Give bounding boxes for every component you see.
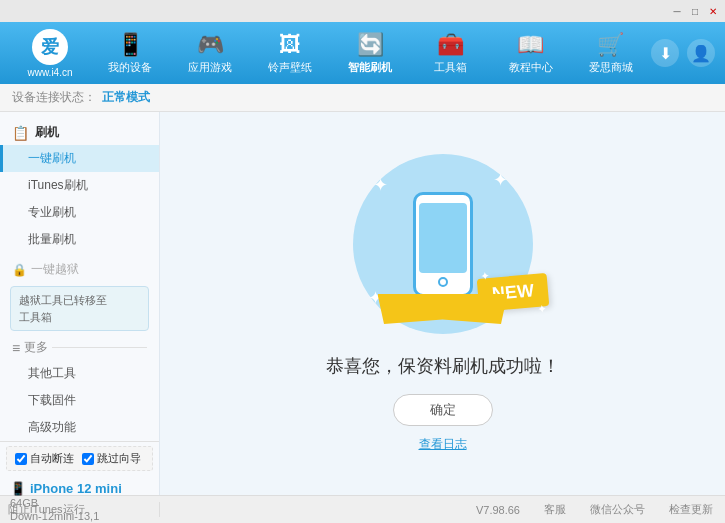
nav-istore[interactable]: 🛒 爱思商城: [576, 32, 646, 75]
ringtones-icon: 🖼: [279, 32, 301, 58]
device-name-text: iPhone 12 mini: [30, 481, 122, 496]
one-key-jailbreak-label: 一键越狱: [31, 261, 79, 278]
jailbreak-notice-text: 越狱工具已转移至工具箱: [19, 294, 107, 323]
smart-flash-label: 智能刷机: [348, 60, 392, 75]
nav-my-device[interactable]: 📱 我的设备: [95, 32, 165, 75]
stop-itunes-label[interactable]: 阻止iTunes运行: [8, 502, 85, 517]
version-label: V7.98.66: [476, 504, 520, 516]
auto-disconnect-checkbox[interactable]: 自动断连: [15, 451, 74, 466]
sparkle-tl: ✦: [373, 174, 388, 196]
nav-ringtones[interactable]: 🖼 铃声壁纸: [255, 32, 325, 75]
apps-games-icon: 🎮: [197, 32, 224, 58]
nav-smart-flash[interactable]: 🔄 智能刷机: [335, 32, 405, 75]
sidebar-item-download-firmware[interactable]: 下载固件: [0, 387, 159, 414]
footer-main: V7.98.66 客服 微信公众号 检查更新: [160, 502, 725, 517]
sparkle-tr: ✦: [493, 169, 508, 191]
sidebar: 📋 刷机 一键刷机 iTunes刷机 专业刷机 批量刷机 🔒 一键越狱 越狱工具…: [0, 112, 160, 495]
skip-wizard-label: 跳过向导: [97, 451, 141, 466]
status-label: 设备连接状态：: [12, 89, 96, 106]
daily-link[interactable]: 查看日志: [419, 436, 467, 453]
footer-left: 阻止iTunes运行: [0, 502, 160, 517]
one-key-jailbreak-header: 🔒 一键越狱: [0, 257, 159, 282]
flash-section-header: 📋 刷机: [0, 120, 159, 145]
tutorial-icon: 📖: [517, 32, 544, 58]
close-button[interactable]: ✕: [705, 3, 721, 19]
maximize-button[interactable]: □: [687, 3, 703, 19]
my-device-label: 我的设备: [108, 60, 152, 75]
minimize-button[interactable]: ─: [669, 3, 685, 19]
download-button[interactable]: ⬇: [651, 39, 679, 67]
smart-flash-icon: 🔄: [357, 32, 384, 58]
logo-icon: 爱: [32, 29, 68, 65]
jailbreak-notice: 越狱工具已转移至工具箱: [10, 286, 149, 331]
sidebar-item-advanced[interactable]: 高级功能: [0, 414, 159, 441]
istore-label: 爱思商城: [589, 60, 633, 75]
lock-icon: 🔒: [12, 263, 27, 277]
checkboxes-area: 自动断连 跳过向导: [6, 446, 153, 471]
sidebar-item-batch-flash[interactable]: 批量刷机: [0, 226, 159, 253]
flash-section-icon: 📋: [12, 125, 29, 141]
status-bar: 设备连接状态： 正常模式: [0, 84, 725, 112]
check-update-link[interactable]: 检查更新: [669, 502, 713, 517]
divider-line: [52, 347, 147, 348]
toolbox-icon: 🧰: [437, 32, 464, 58]
my-device-icon: 📱: [117, 32, 144, 58]
nav-items: 📱 我的设备 🎮 应用游戏 🖼 铃声壁纸 🔄 智能刷机 🧰 工具箱 📖 教程中心…: [90, 32, 651, 75]
more-section-divider: ≡ 更多: [0, 335, 159, 360]
more-section-label: 更多: [24, 339, 48, 356]
sidebar-item-one-key-flash[interactable]: 一键刷机: [0, 145, 159, 172]
phone-home: [438, 277, 448, 287]
content-area: ✦ ✦ ✦ NEW 恭喜您，保资料刷机成功啦！ 确定 查看日志: [160, 112, 725, 495]
tutorial-label: 教程中心: [509, 60, 553, 75]
flash-section: 📋 刷机 一键刷机 iTunes刷机 专业刷机 批量刷机: [0, 120, 159, 253]
device-phone-icon: 📱: [10, 481, 26, 496]
ringtones-label: 铃声壁纸: [268, 60, 312, 75]
sidebar-item-other-tools[interactable]: 其他工具: [0, 360, 159, 387]
nav-apps-games[interactable]: 🎮 应用游戏: [175, 32, 245, 75]
nav-tutorial[interactable]: 📖 教程中心: [496, 32, 566, 75]
confirm-button[interactable]: 确定: [393, 394, 493, 426]
skip-wizard-input[interactable]: [82, 453, 94, 465]
flash-section-label: 刷机: [35, 124, 59, 141]
apps-games-label: 应用游戏: [188, 60, 232, 75]
auto-disconnect-input[interactable]: [15, 453, 27, 465]
logo-subtitle: www.i4.cn: [27, 67, 72, 78]
user-button[interactable]: 👤: [687, 39, 715, 67]
device-name: 📱 iPhone 12 mini: [10, 481, 149, 496]
phone-body: [413, 192, 473, 297]
phone-illustration: ✦ ✦ ✦ NEW: [353, 154, 533, 334]
success-text: 恭喜您，保资料刷机成功啦！: [326, 354, 560, 378]
status-value: 正常模式: [102, 89, 150, 106]
logo[interactable]: 爱 www.i4.cn: [10, 29, 90, 78]
wechat-link[interactable]: 微信公众号: [590, 502, 645, 517]
toolbox-label: 工具箱: [434, 60, 467, 75]
sidebar-item-itunes-flash[interactable]: iTunes刷机: [0, 172, 159, 199]
skip-wizard-checkbox[interactable]: 跳过向导: [82, 451, 141, 466]
ribbon: [378, 294, 508, 324]
nav-toolbox[interactable]: 🧰 工具箱: [416, 32, 486, 75]
sidebar-item-pro-flash[interactable]: 专业刷机: [0, 199, 159, 226]
main-layout: 📋 刷机 一键刷机 iTunes刷机 专业刷机 批量刷机 🔒 一键越狱 越狱工具…: [0, 112, 725, 495]
more-section-icon: ≡: [12, 340, 20, 356]
header: 爱 www.i4.cn 📱 我的设备 🎮 应用游戏 🖼 铃声壁纸 🔄 智能刷机 …: [0, 22, 725, 84]
auto-disconnect-label: 自动断连: [30, 451, 74, 466]
customer-service-link[interactable]: 客服: [544, 502, 566, 517]
title-bar: ─ □ ✕: [0, 0, 725, 22]
istore-icon: 🛒: [597, 32, 624, 58]
phone-screen: [419, 203, 467, 273]
nav-right: ⬇ 👤: [651, 39, 715, 67]
